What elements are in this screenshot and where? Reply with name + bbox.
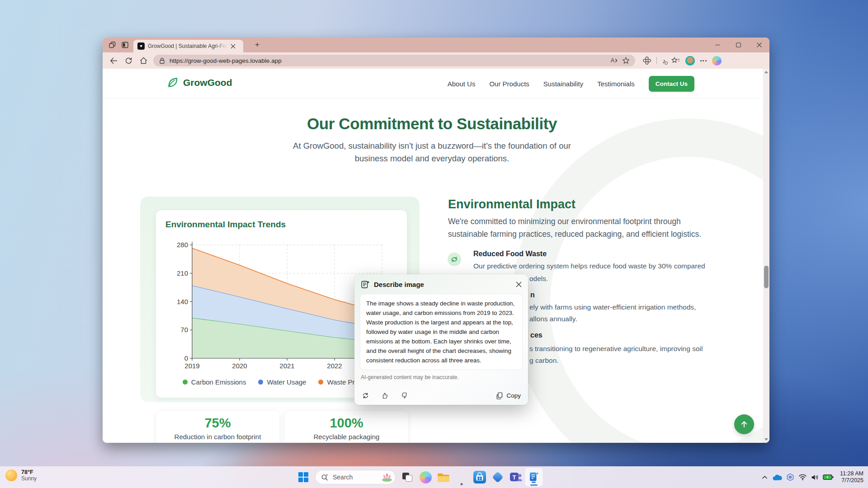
read-aloud-icon[interactable]: A bbox=[611, 57, 618, 64]
window-close-button[interactable] bbox=[749, 38, 769, 52]
window-maximize-button[interactable] bbox=[728, 38, 749, 52]
back-icon[interactable] bbox=[108, 57, 118, 64]
lock-icon[interactable] bbox=[159, 57, 165, 64]
windows-taskbar: 78°F Sunny Search bbox=[0, 466, 868, 488]
file-explorer-icon bbox=[437, 472, 450, 483]
vertical-tabs-icon[interactable] bbox=[121, 41, 129, 49]
arrow-up-icon bbox=[740, 420, 748, 428]
nav-link-about[interactable]: About Us bbox=[448, 80, 476, 88]
nav-link-testimonials[interactable]: Testimonials bbox=[597, 80, 635, 88]
tab-title: GrowGood | Sustainable Agri-Foo bbox=[148, 43, 227, 49]
stat-label: Recyclable packaging bbox=[285, 433, 408, 441]
thumbs-up-icon[interactable] bbox=[381, 392, 389, 399]
search-placeholder: Search bbox=[333, 474, 377, 481]
window-minimize-button[interactable] bbox=[707, 38, 728, 52]
windows-logo-icon bbox=[298, 472, 308, 482]
taskbar-copilot-button[interactable] bbox=[417, 468, 434, 486]
profile-avatar[interactable] bbox=[685, 56, 695, 66]
describe-image-popup: Describe image The image shows a steady … bbox=[354, 274, 528, 405]
feature-title-fragment: ces bbox=[530, 331, 542, 339]
site-logo[interactable]: GrowGood bbox=[166, 76, 232, 89]
home-icon[interactable] bbox=[138, 57, 148, 64]
chart-title: Environmental Impact Trends bbox=[165, 220, 286, 230]
describe-image-icon bbox=[361, 280, 370, 289]
task-view-button[interactable] bbox=[399, 468, 416, 486]
tab-actions-icon[interactable] bbox=[108, 41, 116, 49]
stat-label: Reduction in carbon footprint bbox=[156, 433, 279, 441]
volume-icon[interactable] bbox=[811, 474, 819, 481]
store-icon bbox=[473, 471, 486, 483]
impact-body-line1: We're committed to minimizing our enviro… bbox=[448, 217, 681, 226]
page-subtitle-line2: business model and everyday operations. bbox=[103, 154, 761, 164]
tray-chevron-up-icon[interactable] bbox=[762, 475, 768, 479]
scrollbar-down-arrow[interactable] bbox=[764, 438, 768, 441]
svg-text:T: T bbox=[513, 474, 516, 481]
add-favorite-star-icon[interactable] bbox=[622, 57, 630, 64]
browser-tab-strip: ♥ GrowGood | Sustainable Agri-Foo + bbox=[103, 38, 769, 52]
search-highlight-lotus-icon bbox=[381, 472, 393, 482]
task-view-icon bbox=[402, 473, 412, 482]
scrollbar-up-arrow[interactable] bbox=[764, 71, 768, 73]
copy-label: Copy bbox=[506, 392, 521, 399]
teams-button[interactable]: T bbox=[507, 468, 524, 486]
stat-card-packaging: 100% Recyclable packaging bbox=[285, 411, 408, 443]
edge-browser-button[interactable] bbox=[453, 468, 470, 486]
address-bar[interactable]: https://grow-good-web-pages.lovable.app … bbox=[153, 55, 635, 66]
copilot-icon[interactable] bbox=[712, 56, 722, 66]
photos-app-icon bbox=[491, 471, 504, 483]
ai-notes-app-button[interactable] bbox=[525, 468, 542, 486]
svg-text:2020: 2020 bbox=[232, 362, 247, 370]
page-scrollbar[interactable] bbox=[763, 69, 769, 443]
toolbar-divider bbox=[656, 57, 657, 64]
taskbar-center-icons: Search bbox=[295, 468, 542, 486]
svg-text:2019: 2019 bbox=[184, 362, 199, 370]
ai-notes-app-icon bbox=[528, 471, 540, 483]
microsoft-store-button[interactable] bbox=[471, 468, 488, 486]
regenerate-icon[interactable] bbox=[362, 392, 369, 399]
photos-app-button[interactable] bbox=[489, 468, 506, 486]
onedrive-icon[interactable] bbox=[772, 474, 782, 481]
media-controls-icon[interactable]: ♪ bbox=[662, 57, 666, 65]
impact-body-line2: sustainable farming practices, reduced p… bbox=[448, 230, 701, 239]
popup-close-icon[interactable] bbox=[516, 282, 522, 287]
browser-tab[interactable]: ♥ GrowGood | Sustainable Agri-Foo bbox=[133, 40, 243, 52]
tab-close-icon[interactable] bbox=[231, 44, 236, 49]
clock-time: 11:28 AM bbox=[840, 470, 863, 478]
stat-value: 75% bbox=[156, 416, 279, 431]
more-menu-icon[interactable] bbox=[700, 60, 707, 61]
weather-widget[interactable]: 78°F Sunny bbox=[5, 469, 37, 482]
search-icon bbox=[321, 474, 329, 481]
sun-icon bbox=[5, 469, 17, 481]
refresh-icon[interactable] bbox=[123, 57, 133, 64]
leaf-logo-icon bbox=[166, 76, 179, 89]
nav-link-products[interactable]: Our Products bbox=[489, 80, 529, 88]
feature-body-fragment: ely with farms using water-efficient irr… bbox=[529, 303, 696, 311]
taskbar-clock[interactable]: 11:28 AM 7/7/2025 bbox=[840, 470, 863, 484]
scroll-to-top-button[interactable] bbox=[734, 414, 754, 434]
nav-link-sustainability[interactable]: Sustainability bbox=[543, 80, 583, 88]
weather-condition: Sunny bbox=[21, 475, 37, 482]
feature-body-fragment: s transitioning to regenerative agricult… bbox=[529, 345, 703, 353]
extensions-icon[interactable] bbox=[643, 56, 651, 65]
battery-charging-icon[interactable] bbox=[823, 474, 834, 481]
popup-title: Describe image bbox=[374, 281, 512, 288]
file-explorer-button[interactable] bbox=[435, 468, 452, 486]
favorites-icon[interactable] bbox=[671, 57, 680, 64]
clock-date: 7/7/2025 bbox=[840, 477, 863, 484]
start-button[interactable] bbox=[295, 468, 312, 486]
legend-item: Water Usage bbox=[258, 378, 306, 386]
copy-icon bbox=[496, 392, 503, 399]
wifi-icon[interactable] bbox=[798, 474, 807, 480]
tray-app-hexagon-icon[interactable] bbox=[786, 473, 794, 481]
brand-name: GrowGood bbox=[183, 77, 232, 88]
thumbs-down-icon[interactable] bbox=[401, 392, 408, 399]
scrollbar-thumb[interactable] bbox=[764, 266, 769, 288]
new-tab-button[interactable]: + bbox=[252, 39, 263, 50]
stat-value: 100% bbox=[285, 416, 408, 431]
feature-body-line: Our predictive ordering system helps red… bbox=[473, 262, 705, 270]
page-subtitle-line1: At GrowGood, sustainability isn't just a… bbox=[103, 141, 761, 151]
contact-us-button[interactable]: Contact Us bbox=[649, 76, 694, 92]
copy-button[interactable]: Copy bbox=[496, 392, 521, 399]
taskbar-search[interactable]: Search bbox=[315, 470, 396, 484]
feature-body-fragment: g carbon. bbox=[529, 357, 559, 365]
